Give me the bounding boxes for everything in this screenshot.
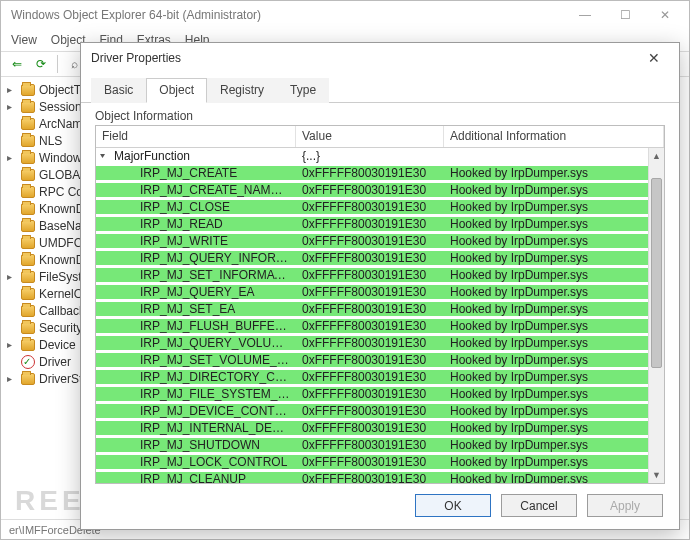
table-row-parent[interactable]: MajorFunction{...} (96, 148, 648, 165)
table-row[interactable]: IRP_MJ_CLEANUP0xFFFFF80030191E30Hooked b… (96, 471, 648, 483)
cell-value: 0xFFFFF80030191E30 (296, 387, 444, 401)
table-row[interactable]: IRP_MJ_CREATE_NAMED_PIPE0xFFFFF80030191E… (96, 182, 648, 199)
folder-icon (21, 84, 35, 96)
table-row[interactable]: IRP_MJ_QUERY_EA0xFFFFF80030191E30Hooked … (96, 284, 648, 301)
dialog-titlebar[interactable]: Driver Properties ✕ (81, 43, 679, 73)
table-row[interactable]: IRP_MJ_QUERY_INFORMATION0xFFFFF80030191E… (96, 250, 648, 267)
cell-value: 0xFFFFF80030191E30 (296, 472, 444, 483)
cell-addinfo: Hooked by IrpDumper.sys (444, 234, 648, 248)
col-header-addinfo[interactable]: Additional Information (444, 126, 664, 147)
table-row[interactable]: IRP_MJ_QUERY_VOLUME_INF...0xFFFFF8003019… (96, 335, 648, 352)
cell-addinfo: Hooked by IrpDumper.sys (444, 404, 648, 418)
table-row[interactable]: IRP_MJ_DEVICE_CONTROL0xFFFFF80030191E30H… (96, 403, 648, 420)
vertical-scrollbar[interactable]: ▲ ▼ (648, 148, 664, 483)
cell-value: 0xFFFFF80030191E30 (296, 200, 444, 214)
expand-icon[interactable]: ▸ (7, 271, 17, 282)
table-row[interactable]: IRP_MJ_CREATE0xFFFFF80030191E30Hooked by… (96, 165, 648, 182)
maximize-icon[interactable]: ☐ (613, 8, 637, 22)
cell-value: 0xFFFFF80030191E30 (296, 455, 444, 469)
cell-field: IRP_MJ_SET_INFORMATION (96, 268, 296, 282)
table-row[interactable]: IRP_MJ_SET_EA0xFFFFF80030191E30Hooked by… (96, 301, 648, 318)
menu-view[interactable]: View (11, 33, 37, 47)
expand-icon[interactable]: ▸ (7, 101, 17, 112)
group-label: Object Information (95, 109, 665, 123)
dialog-title: Driver Properties (91, 51, 639, 65)
window-buttons: — ☐ ✕ (573, 8, 677, 22)
cell-addinfo: Hooked by IrpDumper.sys (444, 183, 648, 197)
toolbar-divider (57, 55, 58, 73)
folder-icon (21, 288, 35, 300)
cell-field: IRP_MJ_QUERY_EA (96, 285, 296, 299)
tree-item-label: Driver (39, 355, 71, 369)
main-title: Windows Object Explorer 64-bit (Administ… (7, 8, 573, 22)
table-row[interactable]: IRP_MJ_INTERNAL_DEVICE_C...0xFFFFF800301… (96, 420, 648, 437)
table-row[interactable]: IRP_MJ_SET_VOLUME_INFOR...0xFFFFF8003019… (96, 352, 648, 369)
cell-field: IRP_MJ_DIRECTORY_CONTROL (96, 370, 296, 384)
tab-type[interactable]: Type (277, 78, 329, 103)
table-row[interactable]: IRP_MJ_LOCK_CONTROL0xFFFFF80030191E30Hoo… (96, 454, 648, 471)
table-row[interactable]: IRP_MJ_WRITE0xFFFFF80030191E30Hooked by … (96, 233, 648, 250)
folder-icon (21, 101, 35, 113)
cell-value: 0xFFFFF80030191E30 (296, 234, 444, 248)
folder-icon (21, 339, 35, 351)
cell-value: 0xFFFFF80030191E30 (296, 336, 444, 350)
folder-icon (21, 203, 35, 215)
apply-button[interactable]: Apply (587, 494, 663, 517)
scroll-up-icon[interactable]: ▲ (649, 148, 664, 164)
cell-value: 0xFFFFF80030191E30 (296, 421, 444, 435)
tree-item-label: Device (39, 338, 76, 352)
folder-icon (21, 271, 35, 283)
main-titlebar: Windows Object Explorer 64-bit (Administ… (1, 1, 689, 29)
expand-icon[interactable]: ▸ (7, 373, 17, 384)
tab-object[interactable]: Object (146, 78, 207, 103)
cell-addinfo: Hooked by IrpDumper.sys (444, 421, 648, 435)
cell-field: IRP_MJ_CLOSE (96, 200, 296, 214)
table-row[interactable]: IRP_MJ_FLUSH_BUFFERS0xFFFFF80030191E30Ho… (96, 318, 648, 335)
table-row[interactable]: IRP_MJ_CLOSE0xFFFFF80030191E30Hooked by … (96, 199, 648, 216)
folder-icon (21, 237, 35, 249)
dialog-buttons: OK Cancel Apply (81, 484, 679, 529)
col-header-value[interactable]: Value (296, 126, 444, 147)
minimize-icon[interactable]: — (573, 8, 597, 22)
cell-field: IRP_MJ_LOCK_CONTROL (96, 455, 296, 469)
table-row[interactable]: IRP_MJ_SET_INFORMATION0xFFFFF80030191E30… (96, 267, 648, 284)
cell-addinfo: Hooked by IrpDumper.sys (444, 455, 648, 469)
cell-addinfo: Hooked by IrpDumper.sys (444, 472, 648, 483)
cell-value: 0xFFFFF80030191E30 (296, 217, 444, 231)
cell-addinfo: Hooked by IrpDumper.sys (444, 302, 648, 316)
cell-value: 0xFFFFF80030191E30 (296, 285, 444, 299)
cell-field: IRP_MJ_QUERY_INFORMATION (96, 251, 296, 265)
cell-value: 0xFFFFF80030191E30 (296, 404, 444, 418)
cell-field: IRP_MJ_DEVICE_CONTROL (96, 404, 296, 418)
expand-icon[interactable]: ▸ (7, 339, 17, 350)
scroll-down-icon[interactable]: ▼ (649, 467, 664, 483)
cell-field: IRP_MJ_QUERY_VOLUME_INF... (96, 336, 296, 350)
tab-registry[interactable]: Registry (207, 78, 277, 103)
folder-icon (21, 220, 35, 232)
expand-icon[interactable]: ▸ (7, 84, 17, 95)
tab-basic[interactable]: Basic (91, 78, 146, 103)
close-icon[interactable]: ✕ (639, 50, 669, 66)
scroll-thumb[interactable] (651, 178, 662, 368)
cell-value: 0xFFFFF80030191E30 (296, 268, 444, 282)
cell-field: IRP_MJ_CREATE_NAMED_PIPE (96, 183, 296, 197)
cell-field: IRP_MJ_SET_EA (96, 302, 296, 316)
back-icon[interactable]: ⇐ (7, 54, 27, 74)
refresh-icon[interactable]: ⟳ (31, 54, 51, 74)
expand-icon[interactable]: ▸ (7, 152, 17, 163)
table-row[interactable]: IRP_MJ_DIRECTORY_CONTROL0xFFFFF80030191E… (96, 369, 648, 386)
cell-field: IRP_MJ_FLUSH_BUFFERS (96, 319, 296, 333)
cell-value: 0xFFFFF80030191E30 (296, 166, 444, 180)
table-row[interactable]: IRP_MJ_SHUTDOWN0xFFFFF80030191E30Hooked … (96, 437, 648, 454)
cell-value: 0xFFFFF80030191E30 (296, 302, 444, 316)
table-row[interactable]: IRP_MJ_READ0xFFFFF80030191E30Hooked by I… (96, 216, 648, 233)
cell-value: {...} (296, 149, 444, 163)
col-header-field[interactable]: Field (96, 126, 296, 147)
ok-button[interactable]: OK (415, 494, 491, 517)
cell-field: IRP_MJ_SHUTDOWN (96, 438, 296, 452)
cancel-button[interactable]: Cancel (501, 494, 577, 517)
cell-field: IRP_MJ_CREATE (96, 166, 296, 180)
close-icon[interactable]: ✕ (653, 8, 677, 22)
cell-addinfo: Hooked by IrpDumper.sys (444, 268, 648, 282)
table-row[interactable]: IRP_MJ_FILE_SYSTEM_CONTR...0xFFFFF800301… (96, 386, 648, 403)
